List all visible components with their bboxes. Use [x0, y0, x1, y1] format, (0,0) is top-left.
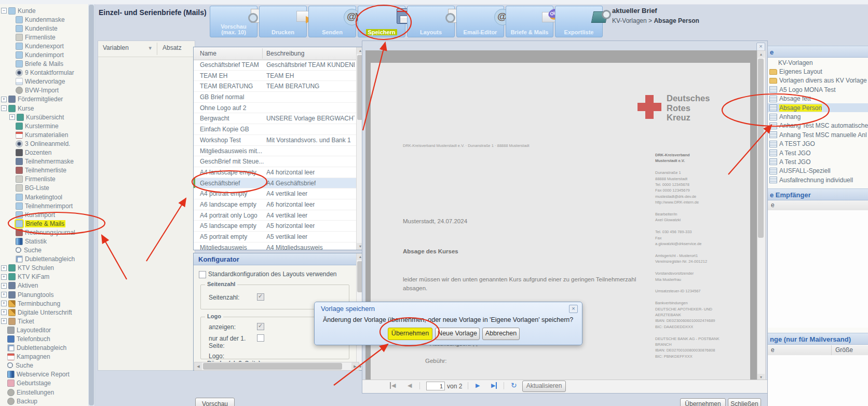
vorlage-item-absage-fett[interactable]: Absage fett: [768, 94, 868, 103]
sidebar-item-einstellungen[interactable]: Einstellungen: [0, 388, 87, 397]
template-row-einfach-kopie-gb[interactable]: Einfach Kopie GB: [194, 124, 357, 135]
schliessen-footer-button[interactable]: Schließen: [728, 398, 761, 406]
plus-expand-icon[interactable]: +: [1, 265, 7, 271]
sidebar-item-firmenliste[interactable]: Firmenliste: [0, 175, 87, 184]
template-row-gesch-ftsbrief-team[interactable]: Geschäftsbrief TEAMGeschäftsbrief TEAM K…: [194, 60, 357, 71]
template-row-a4-portrait-empty[interactable]: A4 portrait emptyA4 vertikal leer: [194, 188, 357, 199]
plus-expand-icon[interactable]: +: [1, 274, 7, 280]
sidebar-item-3-onlineanmeld[interactable]: 3 Onlineanmeld.: [0, 139, 87, 148]
sidebar-item-marketingtool[interactable]: Marketingtool: [0, 193, 87, 201]
sidebar-item-geburtstage[interactable]: Geburtstage: [0, 379, 87, 388]
template-row-team-beratung[interactable]: TEAM BERATUNGTEAM BERATUNG: [194, 81, 357, 92]
template-row-bergwacht[interactable]: BergwachtUNSERE Vorlage BERGWACHT: [194, 113, 357, 124]
next-page-icon[interactable]: ▶: [476, 382, 480, 389]
sidebar-item-kundenliste[interactable]: Kundenliste: [0, 24, 87, 33]
sidebar-item-kunde[interactable]: −Kunde: [0, 6, 87, 15]
template-row-a4-landscape-empty[interactable]: A4 landscape emptyA4 horizontal leer: [194, 167, 357, 178]
sidebar-item-telefonbuch[interactable]: Telefonbuch: [0, 334, 87, 343]
plus-expand-icon[interactable]: +: [1, 318, 7, 324]
anhaenge-list-area[interactable]: [768, 355, 868, 406]
sidebar-item-kursmaterialien[interactable]: Kursmaterialien: [0, 130, 87, 139]
vorlage-item-anhang-test-msc-manuelle-anl[interactable]: Anhang Test MSC manuelle Anl: [768, 130, 868, 139]
vorlage-item-anhang[interactable]: Anhang: [768, 112, 868, 121]
sidebar-item-firmenliste[interactable]: Firmenliste: [0, 33, 87, 42]
absatz-button[interactable]: Absatz: [162, 44, 182, 51]
template-row-workshop-test[interactable]: Workshop TestMit Vorstandsvors. und Bank…: [194, 135, 357, 146]
scroll-right-icon[interactable]: ▶: [351, 362, 359, 370]
sidebar-item-digitale-unterschrift[interactable]: +Digitale Unterschrift: [0, 308, 87, 317]
template-row-mitgliedsausweis-mit[interactable]: Mitgliedsausweis mit...: [194, 146, 357, 157]
template-row-a4-portrait-only-logo[interactable]: A4 portrait only LogoA4 vertikal leer: [194, 210, 357, 221]
anzeigen-checkbox[interactable]: [257, 323, 264, 330]
sidebar-item-kundenmaske[interactable]: Kundenmaske: [0, 15, 87, 24]
prev-page-icon[interactable]: ◀: [408, 382, 412, 389]
sidebar-item-kurstermine[interactable]: Kurstermine: [0, 121, 87, 130]
scroll-up-icon[interactable]: ▲: [757, 51, 765, 58]
template-row-gesch-ftsbrief[interactable]: GeschäftsbriefA4 Geschäftsbrief: [194, 178, 357, 189]
sidebar-item-planungtools[interactable]: +Planungtools: [0, 290, 87, 299]
template-row-gb-brief-normal[interactable]: GB Brief normal: [194, 92, 357, 103]
sidebar-item-backup[interactable]: Backup: [0, 397, 87, 405]
sidebar-item-ktv-kifam[interactable]: +KTV KiFam: [0, 273, 87, 281]
sidebar-item-briefe-mails[interactable]: Briefe & Mails: [0, 219, 87, 228]
close-icon[interactable]: ×: [756, 43, 765, 51]
vorlage-item-a5-logo-mona-test[interactable]: A5 Logo MONA Test: [768, 85, 868, 94]
sidebar-item-rechnungsjournal[interactable]: Rechnungsjournal: [0, 228, 87, 237]
refresh-icon[interactable]: ↻: [511, 381, 517, 389]
vorlage-item-anhang-test-msc-automatische[interactable]: Anhang Test MSC automatische: [768, 121, 868, 130]
template-row-a6-landscape-empty[interactable]: A6 landscape emptyA6 horizontal leer: [194, 199, 357, 210]
template-row-a5-portrait-empty[interactable]: A5 portrait emptyA5 vertikal leer: [194, 232, 357, 242]
breadcrumb-root[interactable]: KV-Vorlagen: [612, 17, 647, 24]
template-row-ohne-logo-auf-2[interactable]: Ohne Logo auf 2: [194, 103, 357, 114]
vorlage-item-ausfall-speziell[interactable]: AUSFALL-Speziell: [768, 167, 868, 175]
template-row-team-eh[interactable]: TEAM EHTEAM EH: [194, 71, 357, 82]
standard-config-checkbox[interactable]: [199, 271, 206, 278]
preview-scrollbar[interactable]: ▲ ▼: [757, 50, 766, 381]
vorlage-item-eigenes-layout[interactable]: Eigenes Layout: [768, 67, 868, 76]
vorschau-bottom-button[interactable]: Vorschau: [195, 398, 235, 406]
sidebar-item-ktv-schulen[interactable]: +KTV Schulen: [0, 264, 87, 273]
sidebar-item-bvw-import[interactable]: BVW-Import: [0, 86, 87, 95]
briefe-mails-button[interactable]: Briefe & Mails: [506, 6, 553, 37]
sidebar-item-briefe-mails[interactable]: Briefe & Mails: [0, 60, 87, 69]
senden-button[interactable]: Senden: [308, 6, 356, 37]
sidebar-item-kurs-bersicht[interactable]: +Kursübersicht: [0, 113, 87, 121]
sidebar-scrollbar-thumb[interactable]: [89, 5, 94, 405]
layouts-button[interactable]: Layouts: [407, 6, 455, 37]
exportliste-button[interactable]: Exportliste: [555, 6, 603, 37]
sidebar-item-statistik[interactable]: Statistik: [0, 237, 87, 246]
sidebar-item-suche[interactable]: Suche: [0, 246, 87, 255]
plus-expand-icon[interactable]: +: [1, 309, 7, 315]
vorlage-item-a-test-jgo[interactable]: A Test JGO: [768, 148, 868, 157]
column-header-beschreibung[interactable]: Beschreibung: [266, 50, 304, 57]
sidebar-item-bg-liste[interactable]: BG-Liste: [0, 184, 87, 193]
speichern-button[interactable]: Speichern: [358, 6, 405, 37]
sidebar-item-layouteditor[interactable]: Layouteditor: [0, 326, 87, 334]
vorlage-item-ausfallrechnung-individuell[interactable]: Ausfallrechnung individuell: [768, 175, 868, 184]
scroll-left-icon[interactable]: ◀: [195, 362, 202, 370]
plus-expand-icon[interactable]: +: [9, 114, 15, 120]
konfigurator-hscrollbar[interactable]: ◀ ▶: [194, 362, 359, 371]
sidebar-item-9-kontaktformular[interactable]: 9 Kontaktformular: [0, 69, 87, 77]
empfaenger-column-header[interactable]: e: [768, 200, 868, 211]
page-number-input[interactable]: [426, 382, 445, 390]
drucken-button[interactable]: Drucken: [259, 6, 307, 37]
sidebar-item-dublettenabgleich[interactable]: Dublettenabgleich: [0, 255, 87, 264]
hscrollbar-thumb[interactable]: [203, 363, 342, 370]
vorschau-button[interactable]: Vorschau(max. 10): [210, 6, 257, 37]
sidebar-item-kampagnen[interactable]: Kampagnen: [0, 353, 87, 361]
nur-erste-seite-checkbox[interactable]: [257, 334, 264, 342]
scrollbar-thumb[interactable]: [758, 59, 764, 238]
vorlage-item-a-test-jgo[interactable]: A TEST JGO: [768, 140, 868, 148]
variablen-dropdown[interactable]: Variablen ▾: [103, 44, 153, 53]
uebernehmen-footer-button[interactable]: Übernehmen: [680, 398, 726, 406]
minus-expand-icon[interactable]: −: [1, 8, 7, 13]
plus-expand-icon[interactable]: +: [1, 292, 7, 297]
sidebar-scrollbar[interactable]: [88, 4, 94, 406]
plus-expand-icon[interactable]: +: [1, 97, 7, 102]
close-icon[interactable]: ×: [569, 305, 578, 313]
bernehmen-dialog-button[interactable]: Übernehmen: [388, 328, 432, 340]
plus-expand-icon[interactable]: +: [1, 301, 7, 306]
sidebar-item-teilnehmerimport[interactable]: Teilnehmerimport: [0, 201, 87, 210]
sidebar-item-wiedervorlage[interactable]: Wiedervorlage: [0, 77, 87, 86]
